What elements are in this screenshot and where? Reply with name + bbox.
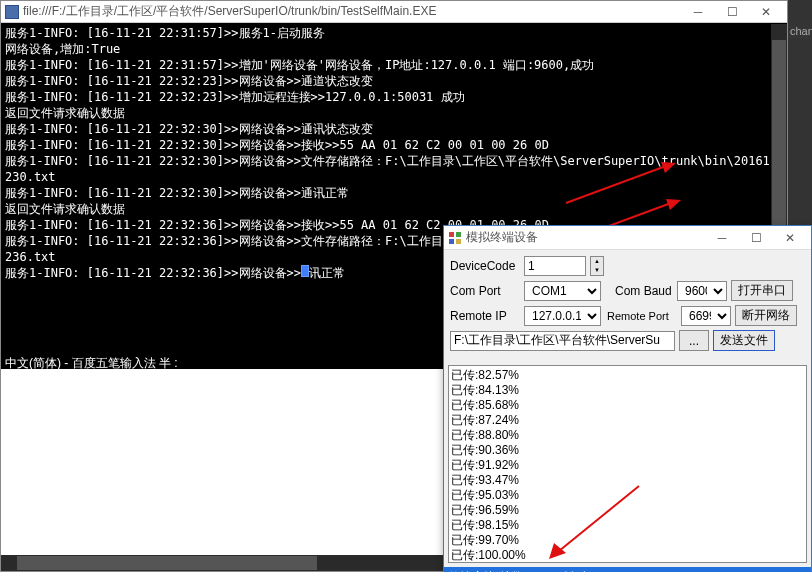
svg-line-8	[559, 486, 639, 551]
close-button[interactable]: ✕	[749, 2, 783, 22]
svg-marker-3	[666, 199, 681, 210]
console-line: 服务1-INFO: [16-11-21 22:32:23]>>网络设备>>通道状…	[5, 73, 783, 89]
svg-marker-9	[549, 543, 566, 559]
progress-line: 已传:84.13%	[451, 383, 804, 398]
close-button[interactable]: ✕	[773, 228, 807, 248]
simulator-window: 模拟终端设备 ─ ☐ ✕ DeviceCode ▲▼ Com Port COM1…	[443, 225, 812, 572]
disconnect-net-button[interactable]: 断开网络	[735, 305, 797, 326]
svg-rect-5	[456, 232, 461, 237]
maximize-button[interactable]: ☐	[739, 228, 773, 248]
remote-port-select[interactable]: 6699	[681, 306, 731, 326]
simulator-form: DeviceCode ▲▼ Com Port COM1 Com Baud 960…	[444, 250, 811, 361]
browse-button[interactable]: ...	[679, 330, 709, 351]
device-code-label: DeviceCode	[450, 259, 520, 273]
device-code-stepper[interactable]: ▲▼	[590, 256, 604, 276]
remote-port-label: Remote Port	[607, 310, 677, 322]
progress-line: 已传:90.36%	[451, 443, 804, 458]
status-bar: 传输完毕!总数:65730,耗时:0.2816531	[444, 567, 811, 572]
remote-ip-label: Remote IP	[450, 309, 520, 323]
send-file-button[interactable]: 发送文件	[713, 330, 775, 351]
progress-line: 已传:87.24%	[451, 413, 804, 428]
console-line: 服务1-INFO: [16-11-21 22:31:57]>>增加'网络设备'网…	[5, 57, 783, 73]
simulator-title: 模拟终端设备	[466, 229, 705, 246]
com-port-label: Com Port	[450, 284, 520, 298]
simulator-titlebar[interactable]: 模拟终端设备 ─ ☐ ✕	[444, 226, 811, 250]
console-line: 服务1-INFO: [16-11-21 22:32:23]>>增加远程连接>>1…	[5, 89, 783, 105]
console-app-icon	[5, 5, 19, 19]
com-port-select[interactable]: COM1	[524, 281, 601, 301]
com-baud-select[interactable]: 9600	[677, 281, 727, 301]
annotation-arrow-icon	[544, 481, 644, 561]
svg-rect-4	[449, 232, 454, 237]
console-titlebar[interactable]: file:///F:/工作目录/工作区/平台软件/ServerSuperIO/t…	[1, 1, 787, 23]
svg-marker-1	[661, 162, 676, 173]
console-line: 服务1-INFO: [16-11-21 22:31:57]>>服务1-启动服务	[5, 25, 783, 41]
progress-list[interactable]: 已传:82.57% 已传:84.13% 已传:85.68% 已传:87.24% …	[448, 365, 807, 563]
progress-line: 已传:91.92%	[451, 458, 804, 473]
device-code-input[interactable]	[524, 256, 586, 276]
scrollbar-thumb[interactable]	[772, 40, 786, 240]
remote-ip-select[interactable]: 127.0.0.1	[524, 306, 601, 326]
channels-panel-tab[interactable]: chann	[788, 23, 812, 39]
progress-line: 已传:85.68%	[451, 398, 804, 413]
progress-line: 已传:82.57%	[451, 368, 804, 383]
console-line: 服务1-INFO: [16-11-21 22:32:30]>>网络设备>>接收>…	[5, 137, 783, 153]
minimize-button[interactable]: ─	[681, 2, 715, 22]
svg-rect-7	[456, 239, 461, 244]
minimize-button[interactable]: ─	[705, 228, 739, 248]
console-line: 网络设备,增加:True	[5, 41, 783, 57]
scrollbar-thumb[interactable]	[17, 556, 317, 570]
console-title: file:///F:/工作目录/工作区/平台软件/ServerSuperIO/t…	[23, 3, 681, 20]
svg-rect-6	[449, 239, 454, 244]
console-line: 服务1-INFO: [16-11-21 22:32:30]>>网络设备>>通讯状…	[5, 121, 783, 137]
console-line: 返回文件请求确认数据	[5, 105, 783, 121]
cursor-icon	[301, 265, 309, 277]
file-path-input[interactable]	[450, 331, 675, 351]
open-serial-button[interactable]: 打开串口	[731, 280, 793, 301]
simulator-app-icon	[448, 231, 462, 245]
progress-line: 已传:88.80%	[451, 428, 804, 443]
maximize-button[interactable]: ☐	[715, 2, 749, 22]
com-baud-label: Com Baud	[615, 284, 673, 298]
